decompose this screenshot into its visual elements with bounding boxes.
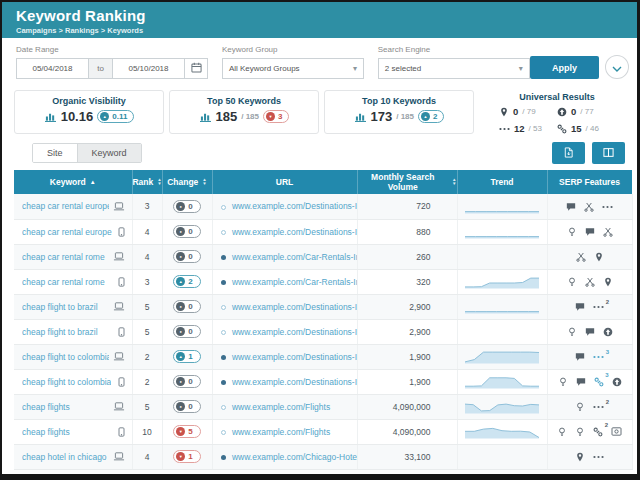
keyword-link[interactable]: cheap car rental europe: [22, 227, 112, 237]
column-label: Monthly Search Volume: [358, 172, 449, 192]
change-badge: ●0: [173, 375, 200, 388]
more-serp-icon: 2: [593, 304, 604, 310]
change-badge: ●0: [173, 200, 200, 213]
apply-button[interactable]: Apply: [530, 56, 599, 79]
rank-value: 4: [132, 244, 162, 269]
serp-features-cell: [547, 244, 632, 269]
serp-features-cell: [547, 444, 632, 469]
universal-result-value: 12: [514, 123, 525, 134]
chevron-down-icon: [612, 60, 622, 75]
amp-serp-icon: [603, 327, 613, 337]
rank-value: 5: [132, 294, 162, 319]
date-to-input[interactable]: [112, 58, 184, 79]
url-link[interactable]: www.example.com/Destinations-In-Eur…: [232, 201, 357, 211]
universal-result-value: 0: [513, 106, 518, 117]
mobile-icon: [114, 327, 125, 337]
search-engine-select[interactable]: 2 selected ▾: [378, 58, 530, 79]
column-header-monthly-search-volume[interactable]: Monthly Search Volume▲▼: [357, 170, 457, 194]
trend-sparkline: [464, 223, 540, 240]
search-volume-value: 2,900: [357, 319, 457, 344]
trend-sparkline: [464, 398, 540, 415]
table-row: cheap flights 10 ▼5 www.example.com/Flig…: [14, 419, 632, 444]
top-10-keywords-card: Top 10 Keywords 173 / 185 ▲2: [324, 90, 474, 134]
calendar-button[interactable]: [184, 58, 208, 79]
bulb-serp-icon: [557, 427, 567, 437]
export-button[interactable]: [552, 142, 585, 164]
keyword-link[interactable]: cheap flight to brazil: [22, 302, 98, 312]
url-link[interactable]: www.example.com/Destinations-In-Col…: [232, 377, 357, 387]
cut-serp-icon: [603, 227, 613, 237]
url-link[interactable]: www.example.com/Destinations-In-Bra…: [232, 302, 357, 312]
tab-site[interactable]: Site: [33, 144, 78, 162]
bulb-serp-icon: [567, 277, 577, 287]
desktop-icon: [109, 352, 125, 361]
keyword-link[interactable]: cheap flights: [22, 402, 70, 412]
export-file-icon: [563, 146, 574, 161]
universal-result-total: / 79: [522, 107, 535, 116]
column-header-rank[interactable]: Rank▲▼: [132, 170, 162, 194]
desktop-icon: [109, 302, 125, 311]
search-volume-value: 720: [357, 194, 457, 219]
speech-serp-icon: [585, 327, 595, 337]
amp-icon: [557, 107, 567, 117]
change-badge: ▲2: [173, 275, 200, 288]
column-label: Rank: [132, 177, 153, 187]
mobile-icon: [114, 427, 125, 437]
cut-serp-icon: [576, 252, 586, 262]
sort-asc-icon: ▲: [90, 179, 96, 185]
url-link[interactable]: www.example.com/Car-Rentals-In-Rom…: [232, 277, 357, 287]
column-header-change[interactable]: Change▲▼: [162, 170, 212, 194]
keyword-group-select[interactable]: All Keyword Groups ▾: [222, 58, 364, 79]
chevron-down-icon: ▾: [513, 64, 523, 73]
url-link[interactable]: www.example.com/Flights: [232, 427, 330, 437]
change-badge: ▲1: [173, 350, 200, 363]
url-link[interactable]: www.example.com/Destinations-In-Bra…: [232, 327, 357, 337]
more-serp-icon: 2: [593, 404, 604, 410]
url-link[interactable]: www.example.com/Chicago-Hotels.d17…: [232, 452, 357, 462]
url-link[interactable]: www.example.com/Destinations-In-Eur…: [232, 227, 357, 237]
pin-serp-icon: [575, 452, 585, 462]
tab-keyword[interactable]: Keyword: [78, 144, 141, 162]
keyword-link[interactable]: cheap car rental europe: [22, 201, 109, 211]
tabs-toolbar-row: Site Keyword: [2, 134, 637, 164]
keyword-link[interactable]: cheap hotel in chicago: [22, 452, 107, 462]
trend-sparkline: [464, 298, 540, 315]
table-row: cheap flight to colombia 2 ●0 www.exampl…: [14, 369, 632, 394]
url-link[interactable]: www.example.com/Car-Rentals-In-Rom…: [232, 252, 357, 262]
table-row: cheap car rental rome 4 ●0 www.example.c…: [14, 244, 632, 269]
columns-button[interactable]: [592, 142, 625, 164]
url-status-dot: [221, 255, 226, 260]
table-row: cheap car rental europe 3 ●0 www.example…: [14, 194, 632, 219]
table-row: cheap hotel in chicago 4 ▼1 www.example.…: [14, 444, 632, 469]
date-from-input[interactable]: [16, 58, 88, 79]
url-link[interactable]: www.example.com/Flights: [232, 402, 330, 412]
bar-chart-icon: [354, 111, 367, 122]
card-title: Top 50 Keywords: [174, 96, 314, 106]
keyword-group-filter: Keyword Group All Keyword Groups ▾: [222, 45, 364, 79]
card-value: 10.16: [61, 109, 94, 124]
keyword-link[interactable]: cheap flight to colombia: [22, 377, 111, 387]
keyword-link[interactable]: cheap car rental rome: [22, 277, 105, 287]
more-icon: [499, 126, 510, 132]
column-header-trend: Trend: [457, 170, 547, 194]
keyword-link[interactable]: cheap car rental rome: [22, 252, 105, 262]
column-label: Trend: [490, 177, 513, 187]
view-tabs: Site Keyword: [32, 143, 142, 163]
change-badge: ●0: [173, 400, 200, 413]
serp-features-cell: 2: [547, 419, 632, 444]
breadcrumb[interactable]: Campaigns > Rankings > Keywords: [16, 26, 637, 35]
calendar-icon: [191, 61, 202, 76]
expand-filters-button[interactable]: [605, 55, 629, 79]
desktop-icon: [109, 252, 125, 261]
keyword-link[interactable]: cheap flight to colombia: [22, 352, 109, 362]
delta-badge: ▲0.11: [97, 110, 134, 123]
url-status-dot: [221, 205, 226, 210]
column-header-keyword[interactable]: Keyword▲: [14, 170, 132, 194]
keyword-link[interactable]: cheap flights: [22, 427, 70, 437]
universal-result-total: / 77: [580, 107, 593, 116]
search-volume-value: 880: [357, 219, 457, 244]
keyword-link[interactable]: cheap flight to brazil: [22, 327, 98, 337]
url-link[interactable]: www.example.com/Destinations-In-Col…: [232, 352, 357, 362]
table-row: cheap car rental europe 4 ●0 www.example…: [14, 219, 632, 244]
keyword-group-value: All Keyword Groups: [229, 64, 300, 73]
